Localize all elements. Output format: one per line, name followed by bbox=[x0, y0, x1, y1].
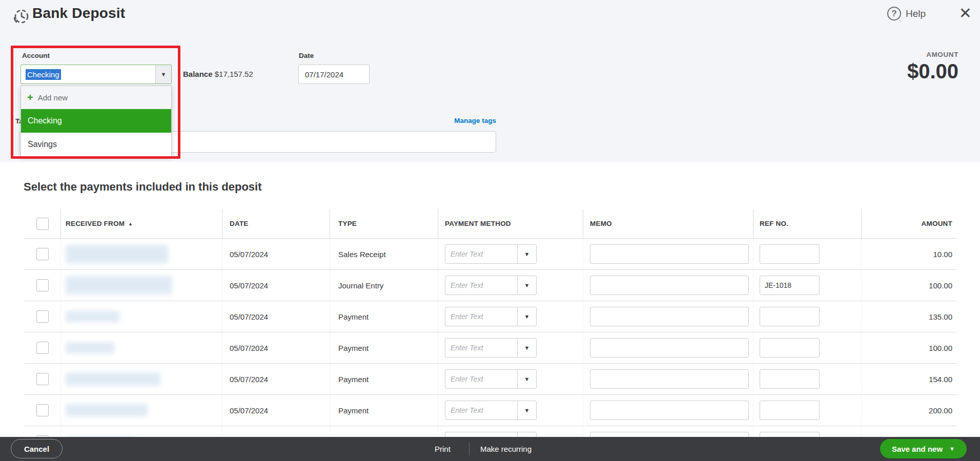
make-recurring-button[interactable]: Make recurring bbox=[480, 437, 532, 461]
amount-label: AMOUNT bbox=[926, 51, 958, 58]
row-date: 05/07/2024 bbox=[230, 312, 268, 321]
account-dropdown-arrow-icon[interactable]: ▼ bbox=[155, 65, 171, 83]
balance-value: $17,157.52 bbox=[215, 70, 253, 78]
chevron-down-icon[interactable]: ▼ bbox=[517, 370, 536, 388]
row-type: Payment bbox=[338, 406, 369, 415]
help-button[interactable]: ? Help bbox=[887, 7, 926, 20]
save-and-new-button[interactable]: Save and new ▼ bbox=[880, 439, 967, 458]
action-footer: Cancel Print Make recurring Save and new… bbox=[0, 437, 980, 461]
plus-icon: + bbox=[27, 92, 33, 102]
sort-ascending-icon: ▲ bbox=[128, 221, 133, 226]
row-date: 05/07/2024 bbox=[230, 375, 268, 384]
memo-input[interactable] bbox=[590, 401, 749, 420]
dropdown-option-savings[interactable]: Savings bbox=[21, 133, 171, 156]
row-amount: 10.00 bbox=[933, 250, 952, 259]
payment-method-combo[interactable]: Enter Text ▼ bbox=[445, 401, 537, 420]
row-checkbox[interactable] bbox=[36, 310, 49, 323]
chevron-down-icon[interactable]: ▼ bbox=[517, 401, 536, 420]
memo-input[interactable] bbox=[590, 338, 749, 358]
payment-method-combo[interactable]: Enter Text ▼ bbox=[445, 369, 537, 389]
ref-no-input[interactable] bbox=[760, 401, 820, 420]
ref-no-input[interactable] bbox=[760, 307, 820, 326]
ref-no-input[interactable] bbox=[760, 369, 820, 389]
column-header-amount[interactable]: AMOUNT bbox=[861, 209, 956, 239]
payment-method-placeholder: Enter Text bbox=[451, 281, 483, 289]
date-input[interactable] bbox=[298, 65, 370, 84]
table-row: 05/07/2024 Payment Enter Text ▼ 200.00 bbox=[24, 395, 956, 426]
row-checkbox[interactable] bbox=[36, 342, 49, 354]
dropdown-option-checking[interactable]: Checking bbox=[21, 109, 171, 133]
row-checkbox[interactable] bbox=[36, 373, 49, 385]
account-dropdown-list: + Add new Checking Savings bbox=[21, 86, 172, 157]
row-checkbox[interactable] bbox=[36, 279, 49, 291]
row-checkbox[interactable] bbox=[36, 248, 49, 260]
row-type: Payment bbox=[338, 344, 369, 352]
column-header-memo[interactable]: MEMO bbox=[583, 209, 753, 239]
close-icon[interactable]: ✕ bbox=[959, 4, 972, 23]
ref-no-input[interactable] bbox=[760, 276, 820, 295]
cancel-button[interactable]: Cancel bbox=[11, 439, 63, 458]
save-options-caret-icon[interactable]: ▼ bbox=[949, 446, 967, 452]
save-and-new-label: Save and new bbox=[880, 445, 949, 453]
row-date: 05/07/2024 bbox=[230, 406, 268, 415]
page-title: Bank Deposit bbox=[32, 5, 125, 22]
table-row: 05/07/2024 Journal Entry Enter Text ▼ 10… bbox=[24, 270, 956, 301]
table-body: 05/07/2024 Sales Receipt Enter Text ▼ 10… bbox=[24, 239, 956, 457]
recent-transactions-icon[interactable] bbox=[12, 8, 30, 26]
footer-divider bbox=[469, 443, 469, 455]
row-date: 05/07/2024 bbox=[230, 281, 268, 290]
row-amount: 100.00 bbox=[929, 344, 952, 352]
table-row: 05/07/2024 Payment Enter Text ▼ 100.00 bbox=[24, 332, 956, 364]
balance-label: Balance bbox=[183, 70, 213, 78]
column-header-payment-method[interactable]: PAYMENT METHOD bbox=[438, 209, 583, 239]
ref-no-input[interactable] bbox=[760, 244, 820, 264]
received-from-redacted[interactable] bbox=[66, 342, 114, 353]
print-button[interactable]: Print bbox=[435, 437, 451, 461]
row-checkbox[interactable] bbox=[36, 404, 49, 416]
chevron-down-icon[interactable]: ▼ bbox=[517, 245, 536, 263]
received-from-redacted[interactable] bbox=[66, 404, 148, 416]
balance-text: Balance $17,157.52 bbox=[183, 65, 253, 84]
received-from-redacted[interactable] bbox=[66, 276, 172, 295]
row-date: 05/07/2024 bbox=[230, 344, 268, 352]
help-icon: ? bbox=[887, 7, 901, 20]
payment-method-combo[interactable]: Enter Text ▼ bbox=[445, 307, 537, 326]
row-amount: 200.00 bbox=[929, 406, 952, 415]
memo-input[interactable] bbox=[590, 307, 749, 326]
row-type: Payment bbox=[338, 312, 369, 321]
row-type: Journal Entry bbox=[338, 281, 383, 290]
chevron-down-icon[interactable]: ▼ bbox=[517, 339, 536, 357]
payments-heading: Select the payments included in this dep… bbox=[24, 180, 262, 194]
account-label: Account bbox=[22, 52, 50, 59]
payment-method-combo[interactable]: Enter Text ▼ bbox=[445, 276, 537, 295]
payments-table: RECEIVED FROM ▲ DATE TYPE PAYMENT METHOD… bbox=[24, 209, 956, 457]
chevron-down-icon[interactable]: ▼ bbox=[517, 307, 536, 326]
payment-method-placeholder: Enter Text bbox=[451, 406, 483, 414]
column-header-ref-no[interactable]: REF NO. bbox=[753, 209, 861, 239]
date-label: Date bbox=[299, 52, 314, 59]
received-from-redacted[interactable] bbox=[66, 245, 168, 263]
select-all-checkbox[interactable] bbox=[36, 218, 49, 230]
table-header-row: RECEIVED FROM ▲ DATE TYPE PAYMENT METHOD… bbox=[24, 209, 956, 239]
add-new-label: Add new bbox=[38, 93, 68, 102]
memo-input[interactable] bbox=[590, 369, 749, 389]
table-row: 05/07/2024 Payment Enter Text ▼ 135.00 bbox=[24, 301, 956, 332]
manage-tags-link[interactable]: Manage tags bbox=[454, 117, 496, 124]
row-amount: 100.00 bbox=[929, 281, 952, 290]
dropdown-add-new[interactable]: + Add new bbox=[21, 86, 171, 109]
memo-input[interactable] bbox=[590, 244, 749, 264]
received-from-redacted[interactable] bbox=[66, 372, 160, 386]
help-label: Help bbox=[906, 8, 926, 19]
payment-method-combo[interactable]: Enter Text ▼ bbox=[445, 338, 537, 358]
ref-no-input[interactable] bbox=[760, 338, 820, 358]
row-amount: 154.00 bbox=[929, 375, 952, 384]
column-header-received-from[interactable]: RECEIVED FROM ▲ bbox=[60, 209, 222, 239]
row-amount: 135.00 bbox=[929, 312, 952, 321]
memo-input[interactable] bbox=[590, 276, 749, 295]
chevron-down-icon[interactable]: ▼ bbox=[517, 276, 536, 295]
column-header-date[interactable]: DATE bbox=[222, 209, 330, 239]
account-input[interactable]: Checking ▼ bbox=[21, 65, 172, 84]
payment-method-combo[interactable]: Enter Text ▼ bbox=[445, 244, 537, 264]
column-header-type[interactable]: TYPE bbox=[330, 209, 438, 239]
received-from-redacted[interactable] bbox=[66, 311, 119, 322]
